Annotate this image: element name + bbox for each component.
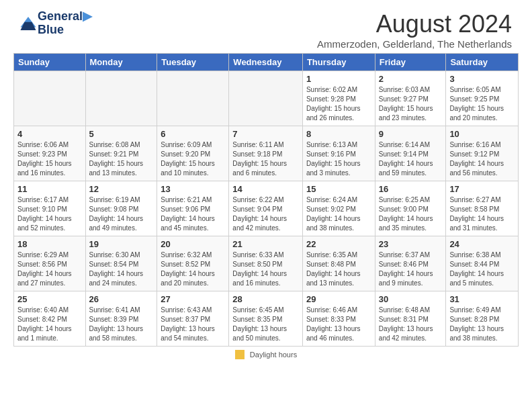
logo-icon <box>20 17 36 30</box>
calendar-cell <box>14 71 86 126</box>
day-info: Sunrise: 6:22 AMSunset: 9:04 PMDaylight:… <box>232 195 299 233</box>
calendar-cell: 29Sunrise: 6:46 AMSunset: 8:33 PMDayligh… <box>302 291 375 347</box>
day-number: 26 <box>89 294 154 304</box>
calendar-cell: 16Sunrise: 6:25 AMSunset: 9:00 PMDayligh… <box>375 181 446 236</box>
day-number: 20 <box>161 239 225 249</box>
calendar-cell: 13Sunrise: 6:21 AMSunset: 9:06 PMDayligh… <box>157 181 229 236</box>
footer-bar: Daylight hours <box>10 350 522 359</box>
day-header-friday: Friday <box>375 54 446 71</box>
calendar-cell: 4Sunrise: 6:06 AMSunset: 9:23 PMDaylight… <box>14 126 86 181</box>
logo-text: General▶ Blue <box>38 10 92 37</box>
calendar-cell: 23Sunrise: 6:37 AMSunset: 8:46 PMDayligh… <box>375 236 446 291</box>
day-number: 10 <box>449 129 515 139</box>
calendar-cell: 11Sunrise: 6:17 AMSunset: 9:10 PMDayligh… <box>14 181 86 236</box>
day-number: 21 <box>232 239 299 249</box>
title-section: August 2024 Ammerzoden, Gelderland, The … <box>317 10 512 50</box>
calendar-cell: 30Sunrise: 6:48 AMSunset: 8:31 PMDayligh… <box>375 291 446 347</box>
day-info: Sunrise: 6:05 AMSunset: 9:25 PMDaylight:… <box>449 85 515 123</box>
day-info: Sunrise: 6:02 AMSunset: 9:28 PMDaylight:… <box>306 85 371 123</box>
day-header-saturday: Saturday <box>446 54 519 71</box>
daylight-label: Daylight hours <box>250 351 297 359</box>
day-info: Sunrise: 6:49 AMSunset: 8:28 PMDaylight:… <box>449 306 515 343</box>
day-info: Sunrise: 6:45 AMSunset: 8:35 PMDaylight:… <box>232 306 299 343</box>
calendar-week-row: 25Sunrise: 6:40 AMSunset: 8:42 PMDayligh… <box>14 291 519 347</box>
day-number: 6 <box>161 129 225 139</box>
daylight-icon <box>235 350 245 359</box>
calendar-cell: 1Sunrise: 6:02 AMSunset: 9:28 PMDaylight… <box>302 71 375 126</box>
day-number: 16 <box>379 184 443 194</box>
day-info: Sunrise: 6:09 AMSunset: 9:20 PMDaylight:… <box>161 140 225 178</box>
day-info: Sunrise: 6:35 AMSunset: 8:48 PMDaylight:… <box>306 250 371 288</box>
day-info: Sunrise: 6:41 AMSunset: 8:39 PMDaylight:… <box>89 306 154 343</box>
day-header-monday: Monday <box>85 54 157 71</box>
calendar-cell: 26Sunrise: 6:41 AMSunset: 8:39 PMDayligh… <box>85 291 157 347</box>
day-info: Sunrise: 6:25 AMSunset: 9:00 PMDaylight:… <box>379 195 443 233</box>
day-info: Sunrise: 6:38 AMSunset: 8:44 PMDaylight:… <box>449 250 515 288</box>
calendar-cell <box>85 71 157 126</box>
day-header-thursday: Thursday <box>302 54 375 71</box>
day-number: 27 <box>161 294 225 304</box>
svg-marker-1 <box>20 21 36 30</box>
calendar-cell: 12Sunrise: 6:19 AMSunset: 9:08 PMDayligh… <box>85 181 157 236</box>
day-info: Sunrise: 6:33 AMSunset: 8:50 PMDaylight:… <box>232 250 299 288</box>
day-info: Sunrise: 6:48 AMSunset: 8:31 PMDaylight:… <box>379 306 443 343</box>
day-number: 11 <box>17 184 82 194</box>
day-number: 14 <box>232 184 299 194</box>
calendar-cell <box>157 71 229 126</box>
calendar-cell: 20Sunrise: 6:32 AMSunset: 8:52 PMDayligh… <box>157 236 229 291</box>
day-number: 8 <box>306 129 371 139</box>
day-info: Sunrise: 6:11 AMSunset: 9:18 PMDaylight:… <box>232 140 299 178</box>
day-info: Sunrise: 6:14 AMSunset: 9:14 PMDaylight:… <box>379 140 443 178</box>
day-header-tuesday: Tuesday <box>157 54 229 71</box>
day-info: Sunrise: 6:19 AMSunset: 9:08 PMDaylight:… <box>89 195 154 233</box>
day-number: 18 <box>17 239 82 249</box>
calendar-cell: 22Sunrise: 6:35 AMSunset: 8:48 PMDayligh… <box>302 236 375 291</box>
calendar-cell <box>229 71 303 126</box>
day-number: 25 <box>17 294 82 304</box>
calendar-cell: 15Sunrise: 6:24 AMSunset: 9:02 PMDayligh… <box>302 181 375 236</box>
day-info: Sunrise: 6:08 AMSunset: 9:21 PMDaylight:… <box>89 140 154 178</box>
day-info: Sunrise: 6:24 AMSunset: 9:02 PMDaylight:… <box>306 195 371 233</box>
day-info: Sunrise: 6:29 AMSunset: 8:56 PMDaylight:… <box>17 250 82 288</box>
day-number: 13 <box>161 184 225 194</box>
day-number: 12 <box>89 184 154 194</box>
day-info: Sunrise: 6:27 AMSunset: 8:58 PMDaylight:… <box>449 195 515 233</box>
day-info: Sunrise: 6:03 AMSunset: 9:27 PMDaylight:… <box>379 85 443 123</box>
calendar-week-row: 1Sunrise: 6:02 AMSunset: 9:28 PMDaylight… <box>14 71 519 126</box>
calendar-week-row: 11Sunrise: 6:17 AMSunset: 9:10 PMDayligh… <box>14 181 519 236</box>
calendar-table: SundayMondayTuesdayWednesdayThursdayFrid… <box>13 53 519 347</box>
calendar-cell: 27Sunrise: 6:43 AMSunset: 8:37 PMDayligh… <box>157 291 229 347</box>
day-number: 24 <box>449 239 515 249</box>
day-info: Sunrise: 6:17 AMSunset: 9:10 PMDaylight:… <box>17 195 82 233</box>
calendar-week-row: 18Sunrise: 6:29 AMSunset: 8:56 PMDayligh… <box>14 236 519 291</box>
calendar-cell: 6Sunrise: 6:09 AMSunset: 9:20 PMDaylight… <box>157 126 229 181</box>
day-number: 31 <box>449 294 515 304</box>
day-number: 9 <box>379 129 443 139</box>
day-info: Sunrise: 6:06 AMSunset: 9:23 PMDaylight:… <box>17 140 82 178</box>
day-number: 23 <box>379 239 443 249</box>
day-info: Sunrise: 6:46 AMSunset: 8:33 PMDaylight:… <box>306 306 371 343</box>
calendar-cell: 17Sunrise: 6:27 AMSunset: 8:58 PMDayligh… <box>446 181 519 236</box>
day-number: 28 <box>232 294 299 304</box>
day-info: Sunrise: 6:43 AMSunset: 8:37 PMDaylight:… <box>161 306 225 343</box>
calendar-cell: 28Sunrise: 6:45 AMSunset: 8:35 PMDayligh… <box>229 291 303 347</box>
month-year: August 2024 <box>317 10 512 38</box>
calendar-cell: 24Sunrise: 6:38 AMSunset: 8:44 PMDayligh… <box>446 236 519 291</box>
day-info: Sunrise: 6:37 AMSunset: 8:46 PMDaylight:… <box>379 250 443 288</box>
day-number: 19 <box>89 239 154 249</box>
day-number: 30 <box>379 294 443 304</box>
day-info: Sunrise: 6:21 AMSunset: 9:06 PMDaylight:… <box>161 195 225 233</box>
location: Ammerzoden, Gelderland, The Netherlands <box>317 38 512 50</box>
calendar-cell: 7Sunrise: 6:11 AMSunset: 9:18 PMDaylight… <box>229 126 303 181</box>
day-number: 2 <box>379 74 443 84</box>
day-header-wednesday: Wednesday <box>229 54 303 71</box>
calendar-cell: 5Sunrise: 6:08 AMSunset: 9:21 PMDaylight… <box>85 126 157 181</box>
calendar-cell: 2Sunrise: 6:03 AMSunset: 9:27 PMDaylight… <box>375 71 446 126</box>
day-number: 7 <box>232 129 299 139</box>
calendar-cell: 10Sunrise: 6:16 AMSunset: 9:12 PMDayligh… <box>446 126 519 181</box>
calendar-cell: 8Sunrise: 6:13 AMSunset: 9:16 PMDaylight… <box>302 126 375 181</box>
day-number: 29 <box>306 294 371 304</box>
calendar-week-row: 4Sunrise: 6:06 AMSunset: 9:23 PMDaylight… <box>14 126 519 181</box>
calendar-cell: 19Sunrise: 6:30 AMSunset: 8:54 PMDayligh… <box>85 236 157 291</box>
calendar-header-row: SundayMondayTuesdayWednesdayThursdayFrid… <box>14 54 519 71</box>
